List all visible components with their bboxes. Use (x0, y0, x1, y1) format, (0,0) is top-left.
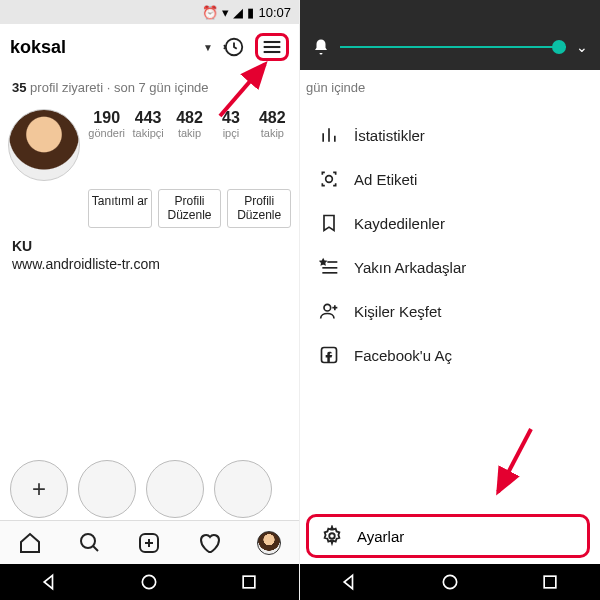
menu-discover-people[interactable]: Kişiler Keşfet (300, 289, 600, 333)
android-navbar (300, 564, 600, 600)
svg-point-23 (329, 533, 335, 539)
menu-insights[interactable]: İstatistikler (300, 113, 600, 157)
svg-rect-10 (243, 576, 255, 588)
svg-point-4 (81, 534, 95, 548)
back-icon[interactable] (40, 572, 60, 592)
menu-label: Yakın Arkadaşlar (354, 259, 466, 276)
recents-icon[interactable] (239, 572, 259, 592)
battery-icon: ▮ (247, 5, 254, 20)
profile-avatar[interactable] (8, 109, 80, 181)
profile-buttons: Tanıtıml ar Profili Düzenle Profili Düze… (0, 185, 299, 234)
bottom-tabbar (0, 520, 299, 564)
svg-point-19 (324, 304, 331, 311)
highlight-item[interactable] (214, 460, 272, 518)
menu-nametag[interactable]: Ad Etiketi (300, 157, 600, 201)
highlights-row: + (0, 454, 299, 520)
bio-link[interactable]: www.androidliste-tr.com (12, 256, 287, 272)
home-icon[interactable] (18, 531, 42, 555)
clock-text: 10:07 (258, 5, 291, 20)
menu-label: Kaydedilenler (354, 215, 445, 232)
wifi-icon: ▾ (222, 5, 229, 20)
settings-button[interactable]: Ayarlar (306, 514, 590, 558)
add-highlight-button[interactable]: + (10, 460, 68, 518)
phone-left: ⏰ ▾ ◢ ▮ 10:07 koksal ▼ 35 profil ziyaret… (0, 0, 300, 600)
gear-icon (321, 525, 343, 547)
stat-following[interactable]: 482takip (171, 109, 208, 139)
svg-line-5 (93, 546, 98, 551)
profile-tab-icon[interactable] (257, 531, 281, 555)
menu-label: İstatistikler (354, 127, 425, 144)
svg-point-15 (326, 176, 333, 183)
back-icon[interactable] (340, 572, 360, 592)
status-bar: ⏰ ▾ ◢ ▮ 10:07 (0, 0, 299, 24)
annotation-arrow-2 (486, 424, 546, 504)
subline-fragment: gün içinde (300, 70, 600, 103)
volume-slider-row: ⌄ (300, 24, 600, 70)
bookmark-icon (318, 213, 340, 233)
stat-posts[interactable]: 190gönderi (88, 109, 125, 139)
svg-point-24 (443, 575, 456, 588)
menu-label: Kişiler Keşfet (354, 303, 442, 320)
annotation-arrow-1 (210, 56, 280, 126)
alarm-icon: ⏰ (202, 5, 218, 20)
promotions-button[interactable]: Tanıtıml ar (88, 189, 152, 228)
highlight-item[interactable] (146, 460, 204, 518)
menu-label: Ad Etiketi (354, 171, 417, 188)
person-add-icon (318, 301, 340, 321)
heart-icon[interactable] (197, 531, 221, 555)
chevron-down-icon[interactable]: ⌄ (576, 39, 588, 55)
home-icon[interactable] (139, 572, 159, 592)
nametag-icon (318, 169, 340, 189)
volume-slider[interactable] (340, 46, 566, 48)
username-label[interactable]: koksal (10, 37, 199, 58)
highlight-item[interactable] (78, 460, 136, 518)
bio-name: KU (12, 238, 287, 254)
phone-right: ⌄ gün içinde İstatistikler Ad Etiketi Ka… (300, 0, 600, 600)
android-navbar (0, 564, 299, 600)
settings-label: Ayarlar (357, 528, 404, 545)
bio-section: KU www.androidliste-tr.com (0, 234, 299, 276)
svg-rect-25 (544, 576, 556, 588)
insights-icon (318, 125, 340, 145)
svg-line-26 (498, 429, 531, 492)
home-icon[interactable] (440, 572, 460, 592)
status-bar-dark (300, 0, 600, 24)
signal-icon: ◢ (233, 5, 243, 20)
svg-line-11 (220, 64, 265, 116)
menu-open-facebook[interactable]: Facebook'u Aç (300, 333, 600, 377)
recents-icon[interactable] (540, 572, 560, 592)
svg-point-9 (143, 575, 156, 588)
menu-saved[interactable]: Kaydedilenler (300, 201, 600, 245)
slider-knob[interactable] (552, 40, 566, 54)
menu-label: Facebook'u Aç (354, 347, 452, 364)
list-star-icon (318, 257, 340, 277)
search-icon[interactable] (78, 531, 102, 555)
add-post-icon[interactable] (137, 531, 161, 555)
edit-profile-button[interactable]: Profili Düzenle (158, 189, 222, 228)
edit-profile-button-2[interactable]: Profili Düzenle (227, 189, 291, 228)
stat-followers[interactable]: 443takipçi (129, 109, 166, 139)
dropdown-icon[interactable]: ▼ (203, 42, 213, 53)
menu-close-friends[interactable]: Yakın Arkadaşlar (300, 245, 600, 289)
facebook-icon (318, 345, 340, 365)
bell-icon[interactable] (312, 38, 330, 56)
